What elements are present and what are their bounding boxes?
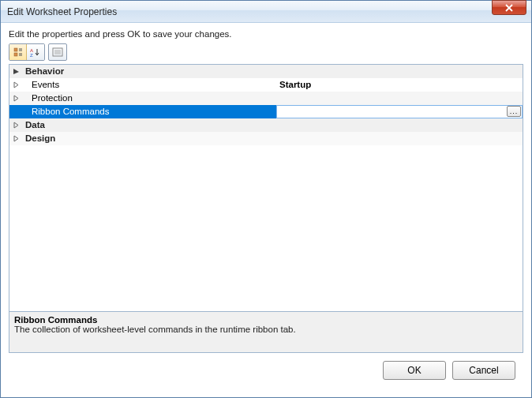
collapse-icon[interactable] — [9, 65, 22, 78]
dialog-content: Edit the properties and press OK to save… — [1, 23, 531, 397]
property-grid-container: Behavior Events Startup Protection — [9, 64, 523, 353]
dialog-footer: OK Cancel — [9, 353, 523, 389]
alphabetical-icon: A Z — [30, 47, 41, 57]
property-value-editor[interactable]: ... — [276, 105, 523, 118]
property-row-protection[interactable]: Protection — [9, 92, 523, 105]
property-value[interactable]: Startup — [276, 78, 523, 92]
expand-icon[interactable] — [9, 132, 22, 145]
property-value[interactable] — [276, 92, 523, 105]
alphabetical-button[interactable]: A Z — [27, 44, 44, 60]
titlebar: Edit Worksheet Properties — [1, 1, 531, 23]
property-pages-icon — [52, 47, 63, 57]
property-row-events[interactable]: Events Startup — [9, 78, 523, 92]
property-name: Events — [22, 78, 276, 92]
property-grid[interactable]: Behavior Events Startup Protection — [9, 65, 523, 311]
svg-rect-0 — [14, 48, 17, 51]
svg-text:Z: Z — [30, 53, 33, 57]
expand-icon[interactable] — [9, 78, 22, 92]
description-pane: Ribbon Commands The collection of worksh… — [9, 311, 523, 352]
ellipsis-button[interactable]: ... — [507, 106, 521, 117]
property-name: Protection — [22, 92, 276, 105]
window-title: Edit Worksheet Properties — [7, 6, 528, 17]
property-toolbar: A Z — [9, 43, 523, 61]
property-row-ribbon-commands[interactable]: Ribbon Commands ... — [9, 105, 523, 118]
description-title: Ribbon Commands — [14, 315, 518, 325]
expand-icon[interactable] — [9, 118, 22, 132]
property-name: Ribbon Commands — [22, 105, 276, 118]
close-icon — [504, 4, 514, 12]
categorized-icon — [13, 47, 23, 57]
dialog-window: Edit Worksheet Properties Edit the prope… — [0, 0, 532, 398]
instruction-text: Edit the properties and press OK to save… — [9, 29, 523, 39]
ok-button[interactable]: OK — [383, 361, 446, 380]
sort-toggle-group: A Z — [9, 43, 45, 61]
category-label: Data — [22, 118, 276, 132]
category-behavior[interactable]: Behavior — [9, 65, 523, 78]
expand-icon[interactable] — [9, 92, 22, 105]
category-design[interactable]: Design — [9, 132, 523, 145]
property-pages-button[interactable] — [48, 43, 67, 61]
description-text: The collection of worksheet-level comman… — [14, 325, 518, 334]
svg-rect-1 — [14, 53, 17, 56]
category-label: Behavior — [22, 65, 276, 78]
category-data[interactable]: Data — [9, 118, 523, 132]
close-button[interactable] — [492, 0, 526, 15]
category-label: Design — [22, 132, 276, 145]
cancel-button[interactable]: Cancel — [452, 361, 515, 380]
categorized-button[interactable] — [9, 44, 27, 60]
